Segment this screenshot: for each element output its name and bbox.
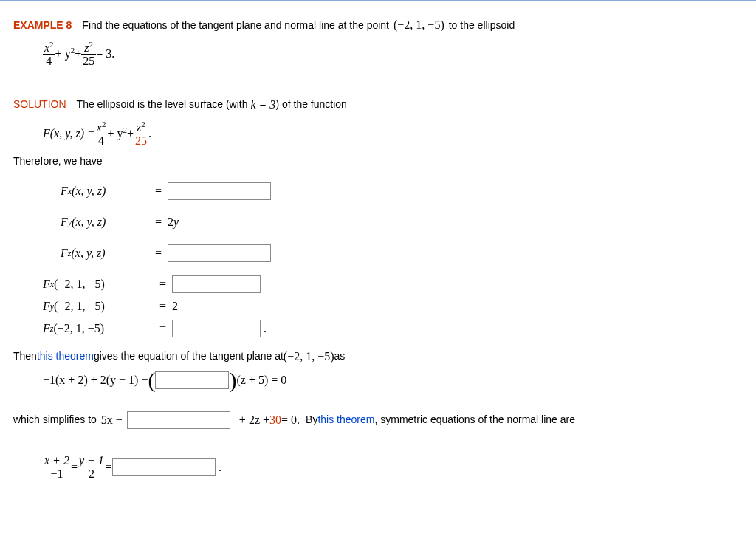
example-point: (−2, 1, −5) [394,16,444,34]
Fz-row: Fz(x, y, z) = [13,244,743,262]
F-definition: F(x, y, z) = x2 4 + y2 + z2 25 . [13,120,743,148]
normal-line-input[interactable] [112,458,216,476]
example-heading: EXAMPLE 8 Find the equations of the tang… [13,16,743,34]
theorem-link-1[interactable]: this theorem [37,348,94,364]
page: EXAMPLE 8 Find the equations of the tang… [0,7,756,500]
Fx-point-row: Fx(−2, 1, −5) = [13,275,743,293]
Fz-input[interactable] [168,244,271,262]
example-prompt-b: to the ellipsoid [449,18,515,33]
Fy-value: 2y [168,213,179,231]
normal-line-eq: x + 2 −1 = y − 1 2 = . [13,454,743,481]
top-border [0,0,756,1]
theorem-link-2[interactable]: this theorem [317,412,374,427]
frac-x2-4b: x2 4 [95,120,108,148]
Fx-point-input[interactable] [172,275,261,293]
Fy-point-row: Fy(−2, 1, −5) = 2 [13,298,743,315]
frac-xplus2: x + 2 −1 [43,454,71,481]
eq-rhs: = 3. [96,45,114,63]
ellipsoid-equation: x2 4 + y2 + z2 25 = 3. [13,40,743,68]
simplify-input[interactable] [127,411,230,429]
therefore-text: Therefore, we have [13,154,743,169]
Fz-point-input[interactable] [172,320,261,337]
tangent-plane-eq: −1(x + 2) + 2(y − 1) − ( ) (z + 5) = 0 [13,371,743,389]
example-label: EXAMPLE 8 [13,18,72,33]
simplify-line: which simplifies to 5x − + 2z + 30 = 0. … [13,411,743,429]
frac-x2-4: x2 4 [43,40,55,68]
Fx-row: Fx(x, y, z) = [13,182,743,200]
example-prompt-a: Find the equations of the tangent plane … [82,18,389,33]
solution-heading: SOLUTION The ellipsoid is the level surf… [13,96,743,114]
frac-z2-25b: z2 25 [134,120,148,148]
frac-yminus1: y − 1 2 [78,454,106,481]
Fy-point-value: 2 [172,298,178,315]
Fy-row: Fy(x, y, z) = 2y [13,213,743,231]
Fx-input[interactable] [168,182,271,200]
Fz-point-row: Fz(−2, 1, −5) = . [13,320,743,337]
plus-y2: + y2 [55,44,75,63]
plane-coeff-input[interactable] [155,371,229,389]
frac-z2-25: z2 25 [81,40,96,68]
then-theorem-text: Then this theorem gives the equation of … [13,348,743,365]
solution-label: SOLUTION [13,97,66,112]
